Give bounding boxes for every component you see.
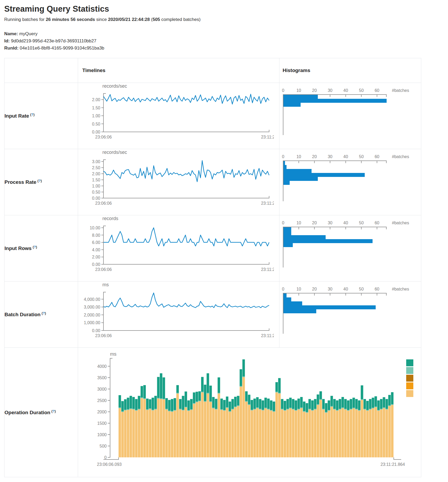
stacked-bar-segment-mid-light-teal	[130, 408, 132, 409]
stacked-bar-segment-top-teal	[374, 396, 377, 407]
stacked-bar-segment-base-tan	[141, 398, 143, 457]
input-rows-histogram-cell: 0102030405060#batches	[279, 215, 421, 282]
axis-tick-label: 0	[282, 221, 284, 225]
stacked-bar-segment-mid-light-teal	[143, 398, 146, 399]
axis-tick-label: 50	[359, 154, 364, 159]
input-rate-help-icon[interactable]: (?)	[30, 113, 35, 117]
x-axis-end-label: 23:11:21	[261, 201, 274, 206]
axis-tick-label: 2.00	[92, 172, 100, 176]
page-title: Streaming Query Statistics	[4, 4, 444, 14]
stacked-bar-segment-base-tan	[132, 409, 135, 457]
stacked-bar-segment-base-tan	[339, 409, 341, 457]
stacked-bar-segment-top-teal	[369, 399, 371, 409]
stacked-bar-segment-base-tan	[259, 409, 261, 457]
stacked-bar-segment-base-tan	[311, 411, 314, 457]
stacked-bar-segment-mid-light-teal	[141, 398, 143, 398]
input-rate-row: Input Rate(?) records/sec2.001.501.000.5…	[4, 83, 421, 149]
stacked-bar-segment-base-tan	[204, 402, 206, 457]
stacked-bar-segment-mid-light-teal	[380, 409, 382, 410]
batches-axis-label: #batches	[392, 287, 409, 291]
stacked-bar-segment-top-teal	[254, 399, 256, 409]
stacked-bar-segment-base-tan	[218, 394, 220, 457]
stacked-bar-segment-base-tan	[198, 401, 201, 457]
input-rows-help-icon[interactable]: (?)	[33, 245, 37, 249]
stacked-bar-segment-top-teal	[132, 397, 135, 409]
operation-duration-help-icon[interactable]: (?)	[51, 409, 56, 413]
process-rate-help-icon[interactable]: (?)	[37, 179, 42, 183]
stacked-bar-segment-mid-light-teal	[344, 409, 347, 410]
stacked-bar-segment-mid-light-teal	[333, 409, 336, 410]
stacked-bar-segment-base-tan	[154, 409, 157, 457]
axis-tick-label: 500	[99, 444, 107, 448]
stacked-bar-segment-top-teal	[386, 399, 388, 409]
query-runid-line: RunId: 04e101e6-8bf8-4165-9099-9104c951b…	[4, 44, 444, 52]
axis-tick-label: 50	[359, 88, 364, 93]
y-axis-unit-label: records	[102, 216, 118, 221]
batch-duration-timeline-cell: ms4,000.003,000.002,000.001,000.000.0023…	[78, 282, 279, 348]
input-rows-label-cell: Input Rows(?)	[4, 215, 78, 282]
batch-duration-help-icon[interactable]: (?)	[42, 311, 46, 315]
stacked-bar-segment-top-teal	[319, 391, 322, 399]
stacked-bar-segment-mid-light-teal	[165, 409, 168, 410]
stacked-bar-segment-top-teal	[311, 400, 314, 410]
axis-tick-label: 20	[312, 154, 317, 159]
stacked-bar-segment-base-tan	[127, 410, 129, 457]
stacked-bar-segment-base-tan	[267, 409, 270, 457]
stacked-bar-segment-top-teal	[256, 397, 259, 408]
stacked-bar-segment-top-teal	[383, 397, 385, 408]
stacked-bar-segment-base-tan	[185, 408, 187, 457]
stacked-bar-segment-top-teal	[328, 400, 330, 410]
histograms-column-header: Histograms	[279, 58, 421, 83]
axis-tick-label: 40	[343, 221, 348, 225]
name-label: Name:	[4, 31, 18, 36]
stacked-bar-segment-top-teal	[157, 377, 160, 398]
axis-tick-label: 20	[312, 287, 317, 291]
stacked-bar-segment-mid-light-teal	[292, 409, 294, 410]
stacked-bar-segment-mid-light-teal	[185, 407, 187, 408]
stacked-bar-segment-mid-light-teal	[218, 393, 220, 394]
stacked-bar-segment-base-tan	[275, 392, 278, 457]
y-axis-unit-label: ms	[110, 351, 116, 357]
stacked-bar-segment-mid-light-teal	[132, 409, 135, 410]
axis-tick-label: 60	[375, 287, 379, 291]
stacked-bar-segment-top-teal	[264, 398, 267, 408]
stacked-bar-segment-top-teal	[152, 398, 154, 410]
axis-tick-label: 3.00	[92, 159, 100, 164]
completed-suffix: completed batches)	[160, 17, 201, 22]
input-rows-histogram-chart: 0102030405060#batches	[279, 215, 420, 270]
stacked-bar-segment-base-tan	[182, 410, 184, 457]
stacked-bar-segment-mid-light-teal	[149, 408, 151, 409]
x-axis-end-label: 23:11:21	[261, 135, 274, 139]
batches-axis-label: #batches	[392, 154, 409, 159]
running-batches-summary: Running batches for 26 minutes 56 second…	[4, 17, 444, 22]
axis-tick-label: 40	[343, 154, 348, 159]
histogram-bar	[283, 231, 291, 235]
stacked-bar-segment-mid-light-teal	[289, 408, 292, 408]
stacked-bar-segment-base-tan	[157, 399, 160, 457]
stacked-bar-segment-base-tan	[361, 400, 363, 457]
stacked-bar-segment-top-teal	[162, 377, 165, 399]
y-axis-unit-label: records/sec	[102, 83, 127, 89]
stacked-bar-segment-base-tan	[176, 394, 179, 457]
stacked-bar-segment-base-tan	[377, 411, 380, 457]
stacked-bar-segment-top-teal	[149, 399, 151, 408]
stacked-bar-segment-base-tan	[143, 399, 146, 457]
stacked-bar-segment-mid-light-teal	[190, 409, 192, 410]
stacked-bar-segment-mid-light-teal	[254, 409, 256, 410]
stacked-bar-segment-mid-light-teal	[152, 410, 154, 410]
stacked-bar-segment-base-tan	[383, 408, 385, 457]
stacked-bar-segment-mid-light-teal	[229, 411, 231, 412]
stacked-bar-segment-top-teal	[344, 399, 347, 409]
process-rate-histogram-chart: 0102030405060#batches	[279, 149, 420, 203]
stacked-bar-segment-base-tan	[160, 399, 162, 457]
stacked-bar-segment-top-teal	[242, 359, 245, 377]
stacked-bar-segment-base-tan	[328, 411, 330, 457]
stacked-bar-segment-top-teal	[380, 399, 382, 409]
histogram-bar	[283, 177, 318, 181]
stacked-bar-segment-base-tan	[146, 410, 148, 457]
axis-tick-label: 2500	[97, 398, 107, 403]
stacked-bar-segment-top-teal	[350, 399, 352, 409]
axis-tick-label: 2.00	[92, 97, 100, 102]
operation-duration-stacked-chart: ms4000350030002500200015001000500023:06:…	[78, 348, 421, 472]
axis-tick-label: 4.00	[92, 248, 100, 252]
